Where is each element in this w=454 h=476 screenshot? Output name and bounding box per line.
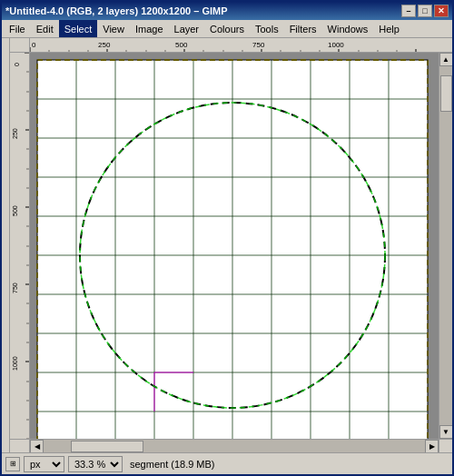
status-icon: ⊞ [5, 457, 20, 471]
scroll-corner [439, 440, 452, 453]
menu-windows[interactable]: Windows [322, 20, 374, 37]
menu-layer[interactable]: Layer [169, 20, 205, 37]
ruler-top: 0 250 500 750 1000 [30, 38, 452, 53]
scroll-h-corner-left [10, 440, 30, 453]
svg-text:0: 0 [32, 41, 36, 49]
menu-view[interactable]: View [97, 20, 130, 37]
svg-rect-0 [30, 38, 452, 53]
svg-text:750: 750 [252, 41, 265, 49]
maximize-button[interactable]: □ [418, 5, 432, 17]
scroll-up-button[interactable]: ▲ [439, 53, 453, 66]
scroll-left-button[interactable]: ◀ [30, 440, 44, 453]
scroll-thumb-horizontal[interactable] [71, 441, 143, 452]
canvas-svg [30, 53, 439, 439]
close-button[interactable]: ✕ [434, 5, 449, 17]
scroll-thumb-vertical[interactable] [440, 75, 452, 112]
svg-text:250: 250 [98, 41, 111, 49]
ruler-left: 0 250 500 750 1000 [10, 53, 30, 439]
menu-help[interactable]: Help [373, 20, 405, 37]
title-text: *Untitled-4.0 (RGB, 2 layers) 1200x1200 … [5, 5, 228, 16]
scrollbar-vertical: ▲ ▼ [439, 53, 452, 439]
svg-text:250: 250 [12, 128, 18, 139]
scroll-track-vertical[interactable] [439, 66, 452, 425]
scroll-track-horizontal[interactable] [44, 440, 425, 452]
menu-tools[interactable]: Tools [250, 20, 284, 37]
right-panel: 0 250 500 750 1000 [10, 38, 452, 452]
scroll-right-button[interactable]: ▶ [425, 440, 439, 453]
menu-file[interactable]: File [4, 20, 31, 37]
menu-image[interactable]: Image [130, 20, 169, 37]
ruler-left-svg: 0 250 500 750 1000 [10, 53, 30, 439]
canvas-and-scroll: 0 250 500 750 1000 [10, 53, 452, 439]
status-text: segment (18.9 MB) [130, 459, 215, 470]
menu-filters[interactable]: Filters [284, 20, 322, 37]
title-bar-buttons: – □ ✕ [401, 5, 449, 17]
svg-text:500: 500 [175, 41, 188, 49]
svg-text:1000: 1000 [12, 356, 18, 371]
ruler-corner [10, 38, 30, 53]
ruler-top-svg: 0 250 500 750 1000 [30, 38, 452, 53]
canvas-area[interactable] [30, 53, 439, 439]
toolbox-col [2, 38, 10, 452]
zoom-select[interactable]: 33.3 % 50 % 100 % 25 % [68, 456, 123, 472]
content-area: 0 250 500 750 1000 [2, 38, 452, 452]
svg-text:750: 750 [12, 283, 18, 293]
status-bar: ⊞ px mm in 33.3 % 50 % 100 % 25 % segmen… [2, 452, 452, 474]
menu-select[interactable]: Select [59, 20, 98, 37]
app-window: *Untitled-4.0 (RGB, 2 layers) 1200x1200 … [0, 0, 454, 476]
unit-select[interactable]: px mm in [24, 456, 64, 472]
svg-text:1000: 1000 [328, 41, 344, 49]
svg-text:500: 500 [12, 205, 18, 216]
scroll-down-button[interactable]: ▼ [439, 425, 453, 439]
menu-bar: File Edit Select View Image Layer Colour… [2, 20, 452, 38]
scrollbar-horizontal: ◀ ▶ [10, 439, 452, 452]
title-bar: *Untitled-4.0 (RGB, 2 layers) 1200x1200 … [2, 2, 452, 20]
ruler-row: 0 250 500 750 1000 [10, 38, 452, 53]
menu-edit[interactable]: Edit [31, 20, 59, 37]
menu-colours[interactable]: Colours [204, 20, 250, 37]
svg-text:0: 0 [14, 63, 20, 66]
minimize-button[interactable]: – [401, 5, 416, 17]
